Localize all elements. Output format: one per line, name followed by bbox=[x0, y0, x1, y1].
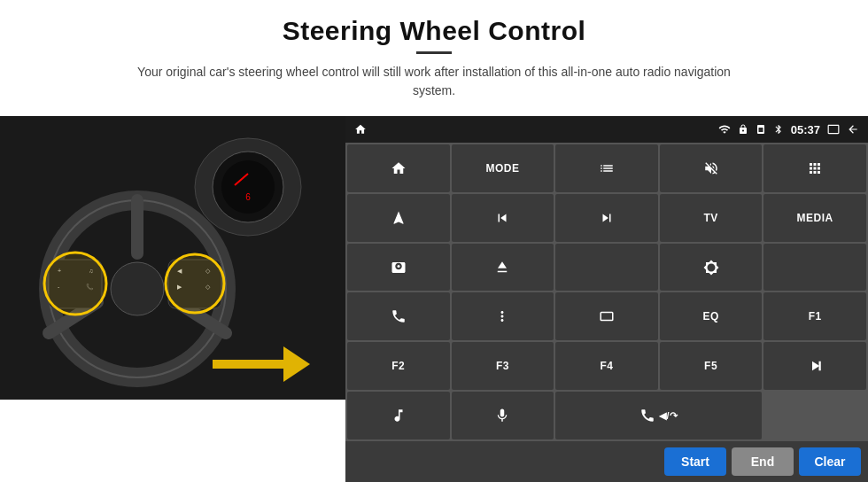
svg-text:360: 360 bbox=[394, 270, 399, 274]
home-status-icon bbox=[354, 123, 367, 136]
btn-mute[interactable] bbox=[660, 144, 763, 192]
btn-prev[interactable] bbox=[452, 194, 554, 242]
btn-nav[interactable] bbox=[347, 194, 450, 242]
btn-tv[interactable]: TV bbox=[660, 194, 763, 242]
panel-grid: MODE TV bbox=[345, 143, 868, 441]
header-section: Steering Wheel Control Your original car… bbox=[0, 0, 868, 107]
svg-rect-26 bbox=[758, 128, 763, 132]
svg-text:6: 6 bbox=[245, 192, 251, 202]
bluetooth-icon bbox=[773, 124, 784, 135]
wifi-icon bbox=[718, 123, 731, 136]
content-row: 6 + ♫ - 📞 bbox=[0, 116, 868, 482]
status-right: 05:37 bbox=[718, 123, 859, 136]
btn-360cam[interactable]: 360 bbox=[347, 244, 450, 292]
svg-point-23 bbox=[166, 254, 224, 313]
sim-icon bbox=[756, 124, 766, 135]
btn-mic[interactable] bbox=[452, 392, 554, 439]
btn-mode[interactable]: MODE bbox=[452, 144, 554, 192]
btn-playpause[interactable] bbox=[763, 342, 866, 390]
btn-eject[interactable] bbox=[452, 244, 554, 292]
svg-point-3 bbox=[221, 160, 275, 214]
time-display: 05:37 bbox=[791, 123, 820, 136]
lock-icon bbox=[738, 124, 748, 135]
btn-apps[interactable] bbox=[763, 144, 866, 192]
btn-next[interactable] bbox=[555, 194, 658, 242]
btn-media[interactable]: MEDIA bbox=[763, 194, 866, 242]
car-image: 6 + ♫ - 📞 bbox=[0, 116, 345, 400]
clear-button[interactable]: Clear bbox=[799, 447, 861, 476]
status-bar: 05:37 bbox=[345, 116, 868, 143]
svg-point-22 bbox=[44, 253, 106, 315]
screen-icon bbox=[827, 123, 840, 136]
bottom-bar: Start End Clear bbox=[345, 441, 868, 482]
back-icon bbox=[847, 123, 859, 136]
radio-panel: 05:37 MODE bbox=[345, 116, 868, 482]
subtitle: Your original car's steering wheel contr… bbox=[124, 63, 744, 100]
svg-point-11 bbox=[111, 262, 164, 315]
svg-rect-29 bbox=[601, 313, 613, 321]
title-divider bbox=[416, 51, 452, 54]
end-button[interactable]: End bbox=[732, 447, 794, 476]
car-image-inner: 6 + ♫ - 📞 bbox=[0, 116, 345, 400]
btn-f5[interactable]: F5 bbox=[660, 342, 763, 390]
btn-phone[interactable] bbox=[347, 292, 450, 340]
btn-dvd[interactable] bbox=[763, 244, 866, 292]
btn-f1[interactable]: F1 bbox=[763, 292, 866, 340]
page-wrapper: Steering Wheel Control Your original car… bbox=[0, 0, 868, 482]
btn-brightness[interactable] bbox=[660, 244, 763, 292]
btn-home[interactable] bbox=[347, 144, 450, 192]
btn-list[interactable] bbox=[555, 144, 658, 192]
svg-rect-30 bbox=[819, 362, 821, 371]
svg-point-27 bbox=[397, 265, 399, 268]
status-left bbox=[354, 123, 367, 136]
btn-f3[interactable]: F3 bbox=[452, 342, 554, 390]
page-title: Steering Wheel Control bbox=[35, 16, 833, 46]
btn-swipe[interactable] bbox=[452, 292, 554, 340]
btn-rect[interactable] bbox=[555, 292, 658, 340]
btn-f4[interactable]: F4 bbox=[555, 342, 658, 390]
start-button[interactable]: Start bbox=[664, 447, 726, 476]
btn-f2[interactable]: F2 bbox=[347, 342, 450, 390]
btn-eq[interactable]: EQ bbox=[660, 292, 763, 340]
btn-callend[interactable]: ◀/↷ bbox=[555, 392, 762, 439]
btn-music[interactable] bbox=[347, 392, 450, 439]
btn-radio[interactable] bbox=[555, 244, 658, 292]
